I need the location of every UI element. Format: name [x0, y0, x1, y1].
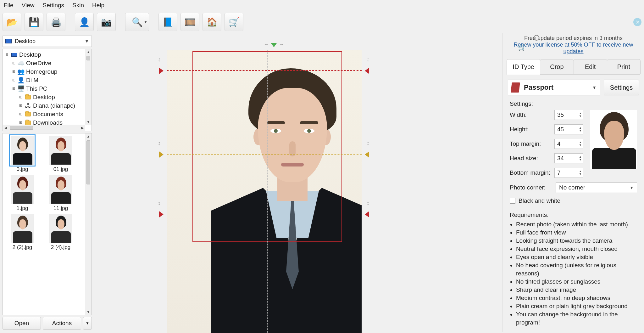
scroll-right-icon[interactable]: ▶	[80, 126, 85, 130]
scroll-up-icon[interactable]: ▲	[87, 133, 90, 139]
camera-button[interactable]: 📷	[97, 13, 116, 31]
top-guide-left-handle[interactable]	[159, 68, 164, 74]
tree-twisty[interactable]: ⊞	[12, 76, 16, 84]
thumbnail-image	[49, 136, 72, 165]
scroll-down-icon[interactable]: ▼	[87, 309, 90, 315]
tree-node[interactable]: ⊞👥Homegroup	[5, 67, 90, 76]
user-button[interactable]: 👤	[75, 13, 94, 31]
resize-handle[interactable]: ↕	[367, 140, 369, 147]
resize-handle[interactable]: ↕	[367, 200, 369, 206]
chin-guide[interactable]	[167, 214, 362, 214]
menu-view[interactable]: View	[22, 2, 35, 9]
actions-button[interactable]: Actions	[43, 317, 81, 330]
head-size-label: Head size:	[510, 155, 551, 162]
clock-icon	[534, 35, 539, 41]
height-input[interactable]: 45▲▼	[554, 124, 583, 134]
scroll-down-icon[interactable]: ▼	[87, 119, 90, 125]
tree-node[interactable]: ⊞Desktop	[5, 93, 90, 101]
bottom-margin-input[interactable]: 7▲▼	[554, 168, 583, 178]
home-button[interactable]: 🏠	[203, 13, 221, 31]
spinner-icon[interactable]: ▲▼	[579, 112, 582, 118]
tree-twisty[interactable]: ⊞	[12, 67, 16, 76]
tree-hscrollbar[interactable]: ◀ ▶	[3, 125, 85, 131]
eye-guide-left-handle[interactable]	[159, 151, 164, 158]
tree-node[interactable]: ⊟Desktop	[5, 50, 90, 59]
tree-node[interactable]: ⊞Documents	[5, 110, 90, 118]
open-folder-button[interactable]: 📂	[3, 13, 21, 31]
help-button[interactable]: 📘	[158, 13, 177, 31]
close-panel-button[interactable]: ✕	[633, 18, 641, 26]
tree-node[interactable]: ⊞👤Di Mi	[5, 76, 90, 84]
scroll-thumb[interactable]	[86, 140, 90, 184]
menu-file[interactable]: File	[4, 2, 14, 9]
id-settings-button[interactable]: Settings	[604, 80, 639, 95]
menu-help[interactable]: Help	[92, 2, 104, 9]
actions-dropdown[interactable]: ▼	[83, 317, 92, 330]
spinner-icon[interactable]: ▲▼	[579, 141, 582, 147]
video-icon: 🎞️	[185, 17, 196, 27]
tree-node[interactable]: ⊞☁️OneDrive	[5, 59, 90, 67]
resize-handle[interactable]: ↕	[158, 200, 161, 206]
spinner-icon[interactable]: ▲▼	[579, 155, 582, 161]
video-button[interactable]: 🎞️	[180, 13, 199, 31]
editor-canvas[interactable]: ← → ↕ ↕ ↕ ↕ ↕ ↕	[94, 33, 502, 332]
tab-print[interactable]: Print	[607, 59, 641, 74]
thumbnail-caption: 11.jpg	[44, 205, 77, 212]
chevron-down-icon[interactable]: ▼	[144, 20, 147, 24]
tree-twisty[interactable]: ⊟	[5, 50, 9, 59]
thumbnail[interactable]: 01.jpg	[44, 136, 77, 172]
scroll-up-icon[interactable]: ▲	[87, 49, 90, 55]
thumbnail[interactable]: 2 (2).jpg	[6, 214, 39, 251]
pc-icon: 🖥️	[18, 84, 24, 93]
scroll-thumb[interactable]	[10, 126, 33, 130]
chin-guide-right-handle[interactable]	[365, 211, 369, 217]
thumbnail[interactable]: 11.jpg	[44, 175, 77, 212]
head-size-input[interactable]: 34▲▼	[554, 153, 583, 163]
tree-twisty[interactable]: ⊞	[12, 59, 16, 67]
zoom-button[interactable]: 🔍▼	[125, 13, 149, 31]
tab-edit[interactable]: Edit	[574, 59, 607, 74]
photo[interactable]	[167, 50, 362, 333]
scroll-left-icon[interactable]: ◀	[3, 126, 8, 130]
thumbnail[interactable]: 1.jpg	[6, 175, 39, 212]
photo-corner-value: No corner	[559, 184, 585, 191]
save-button[interactable]: 💾	[25, 13, 43, 31]
spinner-icon[interactable]: ▲▼	[579, 170, 582, 176]
top-guide-right-handle[interactable]	[365, 68, 369, 74]
thumbnail[interactable]: 2 (4).jpg	[44, 214, 77, 251]
tree-node[interactable]: ⊞🖧Diana (dianapc)	[5, 101, 90, 110]
tree-twisty[interactable]: ⊟	[12, 84, 16, 93]
id-type-combo[interactable]: Passport ▼	[508, 80, 600, 95]
bw-checkbox[interactable]	[510, 198, 515, 204]
menu-skin[interactable]: Skin	[72, 2, 84, 9]
thumbnail[interactable]: 0.jpg	[6, 136, 39, 172]
eye-guide-right-handle[interactable]	[365, 151, 369, 158]
resize-handle[interactable]: ↕	[158, 56, 161, 63]
spinner-icon[interactable]: ▲▼	[579, 127, 582, 132]
scroll-thumb[interactable]	[86, 56, 90, 60]
eye-guide[interactable]	[167, 154, 362, 155]
tree-vscrollbar[interactable]: ▲ ▼	[85, 49, 92, 125]
shop-button[interactable]: 🛒	[225, 13, 243, 31]
tab-id-type[interactable]: ID Type	[507, 59, 540, 74]
open-button[interactable]: Open	[3, 317, 41, 330]
width-input[interactable]: 35▲▼	[554, 110, 583, 120]
resize-handle[interactable]: ↕	[158, 140, 161, 147]
print-button[interactable]: 🖨️	[47, 13, 65, 31]
tree-twisty[interactable]: ⊞	[19, 110, 23, 118]
top-guide[interactable]	[167, 70, 362, 71]
top-center-handle[interactable]: ← →	[264, 41, 284, 48]
resize-handle[interactable]: ↕	[367, 56, 369, 63]
tree-twisty[interactable]: ⊞	[19, 101, 23, 110]
menu-settings[interactable]: Settings	[42, 2, 64, 9]
tree-node[interactable]: ⊟🖥️This PC	[5, 84, 90, 93]
renew-link[interactable]: Renew your license at 50% OFF to receive…	[514, 42, 633, 54]
requirements-list: Recent photo (taken within the last mont…	[507, 220, 640, 327]
location-combo[interactable]: Desktop ▼	[3, 36, 92, 47]
tree-twisty[interactable]: ⊞	[19, 93, 23, 101]
top-margin-input[interactable]: 4▲▼	[554, 139, 583, 149]
thumbs-vscrollbar[interactable]: ▲ ▼	[85, 133, 92, 315]
tab-crop[interactable]: Crop	[540, 59, 574, 74]
photo-corner-combo[interactable]: No corner ▼	[556, 182, 637, 193]
chin-guide-left-handle[interactable]	[159, 211, 164, 217]
